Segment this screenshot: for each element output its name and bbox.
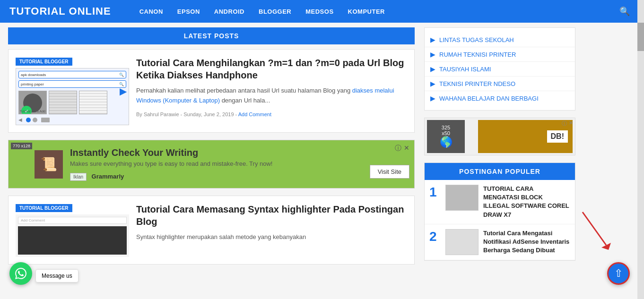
sidebar-link-label-5: WAHANA BELAJAR DAN BERBAGI (439, 95, 539, 102)
ad-badge-label: Iklan (73, 174, 83, 179)
popular-header: POSTINGAN POPULER (425, 163, 575, 180)
post-card-1: TUTORIAL BLOGGER apk downloads 🔍 printin… (8, 49, 415, 133)
red-arrow-annotation (578, 207, 616, 256)
thumb-comment-box: Add Comment (18, 217, 127, 224)
thumb-prev-arrow[interactable]: ◀ (18, 117, 22, 122)
thumb-search-text-1: apk downloads (21, 73, 46, 77)
sidebar-link-2[interactable]: ▶ RUMAH TEKNISI PRINTER (425, 47, 575, 62)
sidebar-link-label-1: LINTAS TUGAS SEKOLAH (439, 36, 514, 43)
ad-subtitle: Makes sure everything you type is easy t… (70, 160, 407, 167)
thumb-search-icon-1: 🔍 (119, 73, 124, 77)
ad-close-icons: ⓘ ✕ (395, 144, 409, 153)
ad-icon: 📜 (41, 156, 57, 172)
sidebar-ad-size: 325 (442, 125, 450, 130)
popular-posts-card: POSTINGAN POPULER 1 TUTORIAL CARA MENGAT… (424, 162, 575, 261)
sidebar-ad-icons: ⓘ ✕ (562, 120, 573, 127)
thumb-right-arrow[interactable]: ▶ (120, 85, 127, 97)
sidebar-ad-close-icon[interactable]: ✕ (569, 120, 573, 127)
popular-thumb-1 (445, 185, 479, 211)
ad-text-area: Instantly Check Your Writing Makes sure … (70, 147, 407, 181)
nav-android[interactable]: ANDROID (214, 8, 244, 15)
latest-posts-label: LATEST POSTS (184, 32, 239, 40)
scroll-top-icon: ⇧ (614, 267, 623, 276)
post-badge-1: TUTORIAL BLOGGER (16, 58, 72, 66)
scrollbar-thumb[interactable] (637, 23, 644, 51)
post-meta-1: By Sahrul Parawie - Sunday, June 2, 2019… (136, 111, 407, 117)
search-icon[interactable]: 🔍 (619, 6, 630, 17)
ad-info-icon[interactable]: ⓘ (395, 144, 401, 153)
popular-body-2: Tutorial Cara Mengatasi Notifikasi AdSen… (483, 229, 570, 255)
db-badge: DB! (547, 130, 568, 143)
sidebar-arrow-icon-2: ▶ (430, 51, 435, 58)
sidebar-link-label-3: TAUSIYAH ISLAMI (439, 66, 491, 73)
latest-posts-banner: LATEST POSTS (8, 27, 415, 44)
thumb-rect (41, 118, 50, 122)
post-card-2: TUTORIAL BLOGGER Add Comment Tutorial Ca… (8, 196, 415, 265)
sidebar-ad-icon: 🌎 (440, 136, 453, 148)
main-content: LATEST POSTS TUTORIAL BLOGGER apk downlo… (3, 23, 419, 276)
sidebar-ad-right: DB! (478, 120, 573, 153)
popular-title-1[interactable]: TUTORIAL CARA MENGATASI BLOCK ILLEGAL SO… (483, 185, 570, 219)
sidebar-link-3[interactable]: ▶ TAUSIYAH ISLAMI (425, 62, 575, 77)
post-comment-link-1[interactable]: Add Comment (238, 111, 271, 117)
nav-blogger[interactable]: BLOGGER (259, 8, 291, 15)
visit-site-button[interactable]: Visit Site (370, 165, 409, 179)
sidebar-arrow-icon-4: ▶ (430, 80, 435, 87)
scrollbar[interactable] (637, 0, 644, 276)
thumb-search-bar-2: printing paper 🔍 (18, 80, 126, 88)
thumb-image-doc1 (49, 91, 77, 114)
main-nav: CANON EPSON ANDROID BLOGGER MEDSOS KOMPU… (139, 8, 635, 15)
sidebar-link-1[interactable]: ▶ LINTAS TUGAS SEKOLAH (425, 33, 575, 47)
post-title-1[interactable]: Tutorial Cara Menghilangkan ?m=1 dan ?m=… (136, 57, 407, 81)
sidebar-link-5[interactable]: ▶ WAHANA BELAJAR DAN BERBAGI (425, 91, 575, 105)
whatsapp-icon (15, 268, 26, 276)
sidebar: ▶ LINTAS TUGAS SEKOLAH ▶ RUMAH TEKNISI P… (419, 23, 580, 276)
thumb-images-row: ✔ Tutorial Cara Add (18, 91, 126, 114)
whatsapp-message-bubble: Message us (35, 269, 78, 276)
post-thumbnail-2: TUTORIAL BLOGGER Add Comment (16, 203, 129, 257)
post-body-1: Tutorial Cara Menghilangkan ?m=1 dan ?m=… (136, 57, 407, 125)
thumb-label: Tutorial Cara Add (20, 110, 45, 113)
excerpt-link-1[interactable]: diakses melalui Windows (Komputer & Lapt… (136, 87, 394, 104)
site-header: TUTORIAL ONLINE CANON EPSON ANDROID BLOG… (0, 0, 644, 23)
sidebar-ad-left: 325 x50 🌎 (427, 120, 465, 153)
thumb-dot-1 (26, 118, 31, 122)
ad-icon-area: 📜 (35, 150, 63, 179)
sidebar-link-4[interactable]: ▶ TEKNISI PRINTER NDESO (425, 77, 575, 91)
sidebar-arrow-icon-3: ▶ (430, 65, 435, 73)
sidebar-links-card: ▶ LINTAS TUGAS SEKOLAH ▶ RUMAH TEKNISI P… (424, 27, 575, 111)
thumb-nav: ◀ (18, 117, 126, 122)
ad-actions: ⓘ ✕ Visit Site (370, 144, 409, 179)
post-title-2[interactable]: Tutorial Cara Memasang Syntax highlighte… (136, 203, 407, 228)
sidebar-arrow-icon-1: ▶ (430, 36, 435, 43)
ad-close-icon[interactable]: ✕ (404, 144, 409, 153)
thumb-search-bar-1: apk downloads 🔍 (18, 71, 126, 78)
svg-marker-1 (601, 243, 611, 250)
ad-banner: 770 x128 📜 Instantly Check Your Writing … (8, 140, 415, 188)
ad-brand: Grammarly (92, 173, 124, 180)
post-body-2: Tutorial Cara Memasang Syntax highlighte… (136, 203, 407, 257)
svg-line-0 (583, 212, 606, 245)
thumb-dot-2 (33, 118, 37, 122)
popular-number-2: 2 (429, 229, 441, 244)
post-thumbnail-1: TUTORIAL BLOGGER apk downloads 🔍 printin… (16, 57, 129, 125)
thumb-inner-2: Add Comment (16, 214, 129, 257)
post-excerpt-1: Pernahkah kalian melihat perbedaan antar… (136, 86, 407, 106)
popular-number-1: 1 (429, 185, 441, 200)
ad-size-label: 770 x128 (11, 143, 32, 149)
thumb-dots (26, 118, 37, 122)
thumb-image-person: ✔ Tutorial Cara Add (18, 91, 47, 114)
popular-title-2[interactable]: Tutorial Cara Mengatasi Notifikasi AdSen… (483, 229, 570, 255)
ad-title: Instantly Check Your Writing (70, 147, 407, 158)
sidebar-link-label-4: TEKNISI PRINTER NDESO (439, 80, 515, 87)
sidebar-link-label-2: RUMAH TEKNISI PRINTER (439, 51, 516, 58)
nav-canon[interactable]: CANON (139, 8, 163, 15)
nav-medsos[interactable]: MEDSOS (305, 8, 333, 15)
site-title: TUTORIAL ONLINE (9, 5, 111, 17)
sidebar-ad-info-icon[interactable]: ⓘ (562, 120, 567, 127)
annotation-arrow-svg (578, 207, 616, 255)
nav-epson[interactable]: EPSON (177, 8, 200, 15)
nav-komputer[interactable]: KOMPUTER (348, 8, 385, 15)
thumb-search-text-2: printing paper (21, 82, 44, 86)
post-date-1: Sunday, June 2, 2019 (183, 111, 234, 117)
